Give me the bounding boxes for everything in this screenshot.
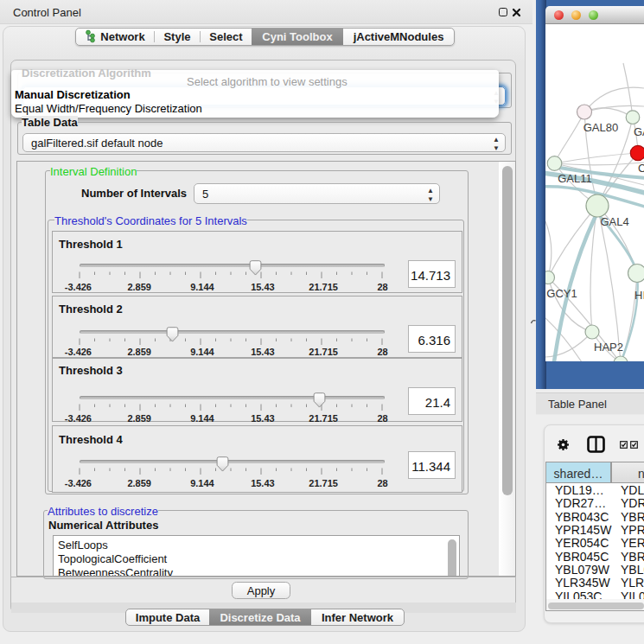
svg-text:GAL4: GAL4 bbox=[600, 215, 628, 228]
svg-text:HI: HI bbox=[634, 289, 644, 302]
svg-text:GAL80: GAL80 bbox=[583, 121, 618, 134]
svg-text:HAP2: HAP2 bbox=[594, 341, 623, 354]
svg-text:GA: GA bbox=[634, 125, 644, 138]
svg-text:GCY1: GCY1 bbox=[546, 287, 577, 300]
svg-text:C: C bbox=[638, 162, 644, 175]
svg-text:GAL11: GAL11 bbox=[558, 172, 592, 185]
